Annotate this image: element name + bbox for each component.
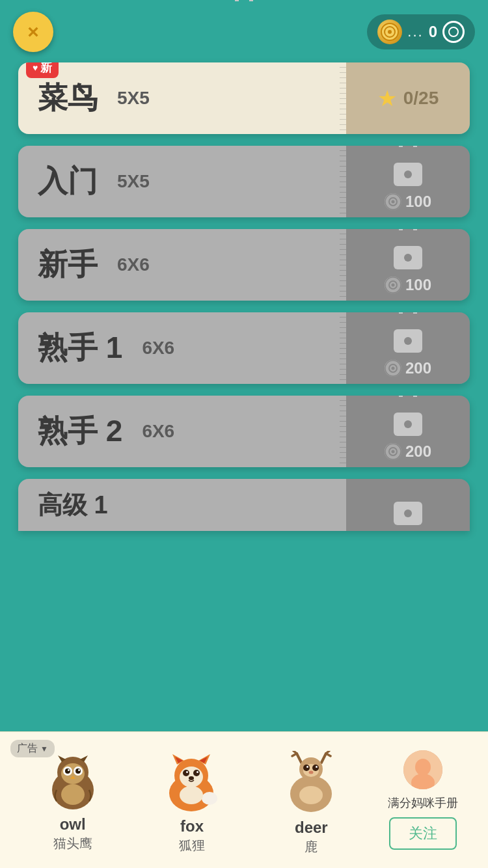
lock-cost-text-skilled1: 200 [405,359,431,377]
svg-point-41 [180,786,203,804]
target-icon [442,21,465,43]
lock-keyhole [404,170,412,178]
lock-cost-intro: 100 [385,193,431,211]
fox-svg [161,753,223,815]
svg-point-54 [316,766,318,768]
coin-bar: ... 0 [367,14,475,49]
lock-coin-icon-b [385,277,401,293]
level-name-skilled2: 熟手 2 [38,411,122,452]
lock-body-s2 [394,413,422,436]
svg-point-36 [193,770,200,776]
level-name-beginner: 新手 [38,245,98,285]
star-icon: ★ [377,85,397,111]
svg-point-8 [391,284,394,287]
level-card-intro[interactable]: 入门 5X5 100 [18,146,470,217]
level-right-skilled2: 200 [346,396,470,467]
lock-body-s1 [394,329,422,353]
coin-icon [377,20,402,44]
level-grid-skilled2: 6X6 [142,421,174,442]
svg-line-44 [293,751,297,753]
lock-cost-skilled2: 200 [385,442,431,461]
lock-icon-skilled2 [394,402,422,436]
level-card-skilled1[interactable]: 熟手 1 6X6 200 [18,312,470,384]
svg-point-55 [308,771,313,774]
ad-animal-deer: deer 鹿 [252,744,371,856]
level-card-skilled2[interactable]: 熟手 2 6X6 200 [18,396,470,467]
lock-keyhole-s1 [404,337,412,345]
lock-shackle-s2 [399,396,417,397]
svg-point-27 [61,784,85,805]
level-left-novice: 菜鸟 5X5 [18,62,346,134]
fox-en: fox [180,817,204,835]
level-grid-beginner: 6X6 [117,254,150,275]
svg-line-45 [321,753,326,763]
svg-point-14 [391,450,394,454]
level-list: 新 菜鸟 5X5 ★ 0/25 入门 5X5 [0,62,488,467]
target-inner [448,27,459,37]
svg-point-58 [415,759,431,776]
svg-point-40 [202,792,217,805]
lock-cost-text-intro: 100 [405,193,431,211]
level-grid-skilled1: 6X6 [142,338,174,359]
svg-line-42 [297,753,301,763]
owl-svg [44,754,102,813]
lock-coin-icon-s2 [385,443,401,460]
level-card-beginner[interactable]: 新手 6X6 100 [18,229,470,301]
svg-point-39 [189,776,194,780]
lock-icon-beginner [394,236,422,269]
partial-right [346,479,470,531]
svg-line-47 [326,751,329,753]
level-grid-novice: 5X5 [117,88,150,109]
level-left-intro: 入门 5X5 [18,146,346,217]
lock-keyhole-p [404,509,412,517]
lock-shackle-s1 [399,312,417,314]
svg-point-22 [65,768,70,774]
lock-icon-intro [394,152,422,186]
lock-body-b [394,246,422,269]
svg-point-56 [299,786,323,804]
level-right-novice: ★ 0/25 [346,62,470,134]
level-card-partial[interactable]: 高级 1 [18,479,470,531]
lock-icon-skilled1 [394,319,422,353]
level-name-novice: 菜鸟 [38,78,98,118]
owl-en: owl [60,815,86,834]
svg-point-37 [186,771,188,773]
ad-promo: 满分妈咪手册 关注 [371,737,475,863]
ad-follow-button[interactable]: 关注 [389,817,457,850]
lock-coin-icon-s1 [385,360,401,377]
lock-cost-text-beginner: 100 [405,276,431,294]
coin-dots: ... [407,23,423,40]
lock-body [394,163,422,186]
level-right-skilled1: 200 [346,312,470,384]
lock-coin-icon [385,193,401,210]
partial-name: 高级 1 [38,489,108,522]
svg-point-53 [306,766,308,768]
lock-body-p [394,502,422,525]
level-grid-intro: 5X5 [117,171,150,192]
ad-dropdown-icon[interactable]: ▼ [40,744,48,753]
new-badge: 新 [26,62,59,78]
svg-point-35 [183,770,189,776]
fox-zh: 狐狸 [179,837,205,854]
lock-keyhole-b [404,254,412,262]
svg-point-5 [391,200,394,204]
level-left-beginner: 新手 6X6 [18,229,346,301]
lock-keyhole-s2 [404,420,412,428]
coin-count: 0 [429,23,437,41]
svg-point-51 [303,765,310,771]
owl-zh: 猫头鹰 [53,835,92,852]
svg-point-11 [391,367,394,370]
level-card-novice[interactable]: 新 菜鸟 5X5 ★ 0/25 [18,62,470,134]
level-name-intro: 入门 [38,161,98,202]
close-icon: × [27,21,39,43]
close-button[interactable]: × [13,12,53,52]
lock-cost-skilled1: 200 [385,359,431,377]
lock-cost-beginner: 100 [385,276,431,294]
partial-left: 高级 1 [18,479,346,531]
level-right-intro: 100 [346,146,470,217]
top-bar: × ... 0 [0,0,488,59]
svg-point-2 [388,30,392,34]
ad-animal-owl: owl 猫头鹰 [13,748,132,852]
lock-shackle [399,146,417,147]
ad-animal-fox: fox 狐狸 [132,746,251,854]
